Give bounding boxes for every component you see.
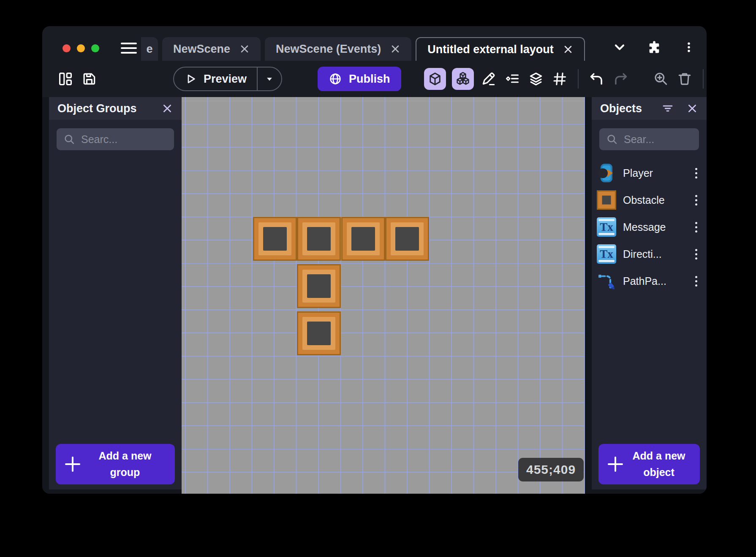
obstacle-instance[interactable]	[253, 217, 297, 261]
grid-button[interactable]	[551, 70, 568, 88]
preview-button-group: Preview	[173, 67, 282, 91]
add-object-button[interactable]: Add a new object	[598, 444, 700, 484]
add-object-label-line1: Add a new	[632, 450, 685, 462]
object-menu-button[interactable]	[693, 166, 699, 180]
object-groups-panel: Object Groups Add a new group	[49, 97, 182, 489]
window-more-options-button[interactable]	[680, 39, 697, 56]
floppy-save-icon	[81, 71, 97, 87]
trash-icon	[677, 71, 693, 87]
tab-label: NewScene (Events)	[276, 43, 381, 56]
object-name: Message	[623, 221, 687, 233]
puzzle-icon	[647, 40, 661, 54]
close-panel-button[interactable]	[161, 103, 173, 114]
tab-newscene-events[interactable]: NewScene (Events)	[265, 37, 411, 61]
obstacle-instance[interactable]	[297, 311, 341, 355]
layers-button[interactable]	[527, 70, 545, 88]
search-input[interactable]	[624, 133, 692, 146]
tab-untitled-external-layout[interactable]: Untitled external layout	[416, 37, 585, 61]
edit-mode-button[interactable]	[480, 70, 498, 88]
objects-search[interactable]	[599, 128, 699, 150]
tab-overflow-button[interactable]	[611, 39, 628, 56]
close-icon[interactable]	[390, 44, 400, 54]
object-menu-button[interactable]	[693, 274, 699, 288]
search-input[interactable]	[81, 133, 167, 146]
object-name: Directi...	[623, 248, 687, 260]
preview-button[interactable]: Preview	[174, 68, 257, 90]
obstacle-icon	[597, 190, 616, 210]
grid-hash-icon	[552, 71, 568, 87]
redo-icon	[612, 71, 628, 87]
filter-button[interactable]	[662, 103, 674, 114]
delete-button[interactable]	[676, 70, 693, 88]
object-menu-button[interactable]	[693, 247, 699, 261]
close-icon[interactable]	[563, 44, 573, 54]
close-icon[interactable]	[239, 44, 250, 54]
object-name: Obstacle	[623, 194, 687, 206]
tab-label: Untitled external layout	[427, 43, 554, 56]
redo-button[interactable]	[612, 70, 629, 88]
objects-header: Objects	[592, 97, 707, 120]
traffic-light-close[interactable]	[63, 44, 71, 52]
undo-icon	[589, 71, 605, 87]
zoom-in-button[interactable]	[652, 70, 670, 88]
obstacle-instance[interactable]	[297, 217, 341, 261]
plus-icon	[65, 457, 80, 472]
traffic-light-minimize[interactable]	[77, 44, 85, 52]
publish-label: Publish	[349, 73, 390, 86]
close-icon	[686, 103, 698, 114]
extensions-button[interactable]	[646, 39, 663, 56]
object-row-player[interactable]: Player	[592, 160, 707, 187]
app-window: e NewScene NewScene (Events) Untitled ex…	[42, 26, 707, 494]
tab-label: e	[146, 43, 152, 56]
instances-view-toggle-button[interactable]	[452, 68, 474, 90]
objects-list: Player Obstacle Tx Message Tx Directi...	[592, 150, 707, 295]
tab-newscene[interactable]: NewScene	[162, 37, 261, 61]
cubes-icon	[455, 71, 471, 87]
add-group-label-line1: Add a new	[98, 450, 151, 462]
preview-options-button[interactable]	[258, 68, 281, 90]
save-button[interactable]	[80, 70, 98, 88]
pencil-icon	[481, 71, 497, 87]
project-manager-button[interactable]	[57, 70, 74, 88]
add-group-label-line2: group	[110, 466, 140, 478]
undo-button[interactable]	[588, 70, 606, 88]
dashboard-icon	[57, 71, 73, 87]
traffic-light-zoom[interactable]	[91, 44, 99, 52]
tab-strip: e NewScene NewScene (Events) Untitled ex…	[141, 37, 585, 61]
chevron-down-icon	[612, 40, 627, 55]
add-group-button[interactable]: Add a new group	[56, 444, 175, 484]
diamond-list-icon	[504, 71, 520, 87]
scene-canvas[interactable]: 455;409	[182, 97, 585, 494]
path-paint-icon	[597, 271, 616, 291]
preview-label: Preview	[204, 73, 247, 86]
toolbar-divider	[703, 69, 704, 89]
object-row-directions[interactable]: Tx Directi...	[592, 241, 707, 268]
cube-view-toggle-button[interactable]	[424, 68, 446, 90]
events-list-button[interactable]	[503, 70, 521, 88]
layers-icon	[528, 71, 544, 87]
main-menu-button[interactable]	[121, 43, 137, 54]
object-row-message[interactable]: Tx Message	[592, 214, 707, 241]
close-panel-button[interactable]	[686, 103, 698, 114]
player-icon	[597, 163, 616, 183]
obstacle-instance[interactable]	[297, 264, 341, 308]
tab-partial[interactable]: e	[141, 37, 158, 61]
obstacle-instance[interactable]	[385, 217, 429, 261]
object-menu-button[interactable]	[693, 220, 699, 234]
publish-button[interactable]: Publish	[318, 67, 401, 91]
obstacle-instance[interactable]	[341, 217, 385, 261]
dropdown-arrow-icon	[264, 73, 275, 84]
object-menu-button[interactable]	[693, 193, 699, 207]
panel-title: Objects	[600, 102, 649, 115]
object-groups-search[interactable]	[57, 128, 174, 150]
kebab-menu-icon	[683, 40, 695, 54]
text-object-icon: Tx	[597, 244, 616, 264]
close-icon	[161, 103, 173, 114]
objects-panel: Objects Player	[592, 97, 707, 489]
object-row-pathpaint[interactable]: PathPa...	[592, 268, 707, 295]
cursor-coordinates-badge: 455;409	[518, 458, 584, 481]
panel-title: Object Groups	[57, 102, 149, 115]
object-groups-header: Object Groups	[49, 97, 182, 120]
play-icon	[184, 73, 197, 85]
object-row-obstacle[interactable]: Obstacle	[592, 187, 707, 214]
